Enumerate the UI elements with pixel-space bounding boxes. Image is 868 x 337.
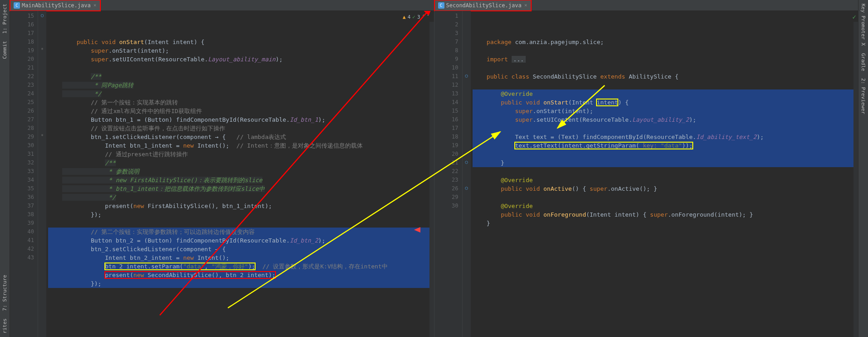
code-line[interactable]: public void onActive() { super.onActive(…	[473, 184, 858, 193]
code-line[interactable]: @Override	[473, 89, 858, 98]
code-line[interactable]: @Override	[473, 176, 858, 184]
editor-pane-left: C MainAbilitySlice.java × 15161718192021…	[10, 0, 434, 337]
close-icon[interactable]: ×	[94, 2, 97, 8]
code-line[interactable]: * new FirstAbilitySlice()：表示要跳转到的slice	[48, 176, 434, 184]
code-line[interactable]: import ...	[473, 55, 858, 64]
toolwindow-structure[interactable]: 7: Structure	[1, 271, 9, 314]
code-line[interactable]: }	[473, 219, 858, 228]
tab-bar-right: C SecondAbilitySlice.java ×	[434, 0, 858, 11]
code-line[interactable]: present(new FirstAbilitySlice(), btn_1_i…	[48, 202, 434, 210]
code-line[interactable]: // 通过present进行跳转操作	[48, 150, 434, 159]
code-line[interactable]	[473, 228, 858, 236]
code-line[interactable]: * 同Page跳转	[48, 81, 434, 89]
code-line[interactable]	[473, 81, 858, 89]
code-line[interactable]: public class SecondAbilitySlice extends …	[473, 72, 858, 81]
scrollbar-left[interactable]	[429, 22, 434, 337]
code-line[interactable]: });	[48, 279, 434, 288]
check-count: 3	[417, 13, 420, 21]
chevron-down-icon[interactable]: ˅	[427, 13, 429, 21]
code-line[interactable]: btn_2_intent.setParam("data", "鸿蒙，你好"); …	[48, 262, 434, 271]
code-body-right[interactable]: ✓ package com.anzia.pagejump.slice; impo…	[471, 11, 858, 337]
java-class-icon: C	[14, 2, 20, 9]
toolwindow-commit[interactable]: Commit	[1, 37, 9, 63]
gutter-icons-right[interactable]: ○○○	[463, 11, 471, 337]
code-line[interactable]: * btn_1_intent：把信息载体作为参数传到对应slice中	[48, 184, 434, 193]
code-line[interactable]: text.setText(intent.getStringParam( key:…	[473, 141, 858, 150]
toolwindow-previewer[interactable]: 2: Previewer	[859, 74, 867, 118]
code-line[interactable]: public void onStart(Intent intent) {	[48, 38, 434, 46]
code-line[interactable]	[473, 167, 858, 176]
checkmark-icon: ✓	[853, 13, 856, 21]
code-line[interactable]: Button btn_2 = (Button) findComponentByI…	[48, 236, 434, 245]
toolwindow-favorites[interactable]: rites	[1, 315, 9, 337]
code-line[interactable]	[48, 219, 434, 228]
code-line[interactable]: super.setUIContent(ResourceTable.Layout_…	[48, 55, 434, 64]
code-line[interactable]: Button btn_1 = (Button) findComponentByI…	[48, 115, 434, 124]
code-line[interactable]: // 第二个按钮：实现带参数跳转；可以边跳转边传值改变内容	[48, 228, 434, 236]
code-line[interactable]: public void onStart(Intent intent) {	[473, 98, 858, 107]
code-line[interactable]: present(new SecondAbilitySlice(), btn_2_…	[48, 271, 434, 279]
code-body-left[interactable]: ▲ 4 ✓ 3 ˄ ˅ public void onStart(Intent i…	[46, 11, 434, 337]
code-line[interactable]: public void onForeground(Intent intent) …	[473, 210, 858, 219]
check-icon: ✓	[412, 13, 415, 21]
right-tool-sidebar[interactable]: Key Promoter X Gradle 2: Previewer	[858, 0, 868, 337]
warn-count: 4	[408, 13, 411, 21]
code-line[interactable]: Text text = (Text) findComponentById(Res…	[473, 133, 858, 141]
code-line[interactable]: }	[473, 159, 858, 167]
java-class-icon: C	[438, 2, 444, 9]
code-line[interactable]: super.onStart(intent);	[48, 46, 434, 55]
code-line[interactable]	[473, 64, 858, 72]
code-line[interactable]: * 参数说明	[48, 167, 434, 176]
tab-label: SecondAbilitySlice.java	[446, 2, 522, 9]
code-line[interactable]: /**	[48, 159, 434, 167]
editor-pane-right: C SecondAbilitySlice.java × 123789101112…	[434, 0, 858, 337]
code-line[interactable]	[48, 64, 434, 72]
toolwindow-keypromoter[interactable]: Key Promoter X	[859, 0, 867, 50]
code-line[interactable]	[473, 193, 858, 202]
code-line[interactable]: package com.anzia.pagejump.slice;	[473, 38, 858, 46]
inspection-widget[interactable]: ▲ 4 ✓ 3 ˄ ˅	[403, 13, 429, 21]
warning-icon: ▲	[403, 13, 406, 21]
code-line[interactable]: // 设置按钮点击监听事件，在点击时进行如下操作	[48, 124, 434, 133]
gutter-icons-left[interactable]: ○**	[38, 11, 46, 337]
code-line[interactable]	[473, 46, 858, 55]
chevron-up-icon[interactable]: ˄	[422, 13, 425, 21]
code-line[interactable]: */	[48, 193, 434, 202]
code-line[interactable]: btn_1.setClickedListener(component → { /…	[48, 133, 434, 141]
left-tool-sidebar[interactable]: 1: Project Commit 7: Structure rites	[0, 0, 10, 337]
code-line[interactable]: /**	[48, 72, 434, 81]
code-line[interactable]	[473, 150, 858, 159]
gutter-right[interactable]: 1237891011121314151617181920212223262930	[434, 11, 463, 337]
tab-second-ability-slice[interactable]: C SecondAbilitySlice.java ×	[434, 0, 532, 11]
scrollbar-right[interactable]	[853, 22, 858, 337]
code-line[interactable]: Intent btn_1_intent = new Intent(); // I…	[48, 141, 434, 150]
tab-bar-left: C MainAbilitySlice.java ×	[10, 0, 434, 11]
toolwindow-project[interactable]: 1: Project	[1, 0, 9, 37]
code-line[interactable]: */	[48, 89, 434, 98]
toolwindow-gradle[interactable]: Gradle	[859, 50, 867, 75]
code-line[interactable]: // 通过xml布局文件中的组件ID获取组件	[48, 107, 434, 115]
code-line[interactable]: @Override	[473, 202, 858, 210]
code-line[interactable]	[473, 124, 858, 133]
code-line[interactable]: Intent btn_2_intent = new Intent();	[48, 253, 434, 262]
close-icon[interactable]: ×	[524, 2, 528, 8]
code-line[interactable]: btn_2.setClickedListener(component → {	[48, 245, 434, 253]
code-line[interactable]: super.onStart(intent);	[473, 107, 858, 115]
code-line[interactable]: });	[48, 210, 434, 219]
gutter-left[interactable]: 1516171819202122232425262728293031323334…	[10, 11, 38, 337]
tab-label: MainAbilitySlice.java	[22, 2, 91, 9]
tab-main-ability-slice[interactable]: C MainAbilitySlice.java ×	[10, 0, 100, 11]
code-line[interactable]: // 第一个按钮：实现基本的跳转	[48, 98, 434, 107]
code-line[interactable]: super.setUIContent(ResourceTable.Layout_…	[473, 115, 858, 124]
